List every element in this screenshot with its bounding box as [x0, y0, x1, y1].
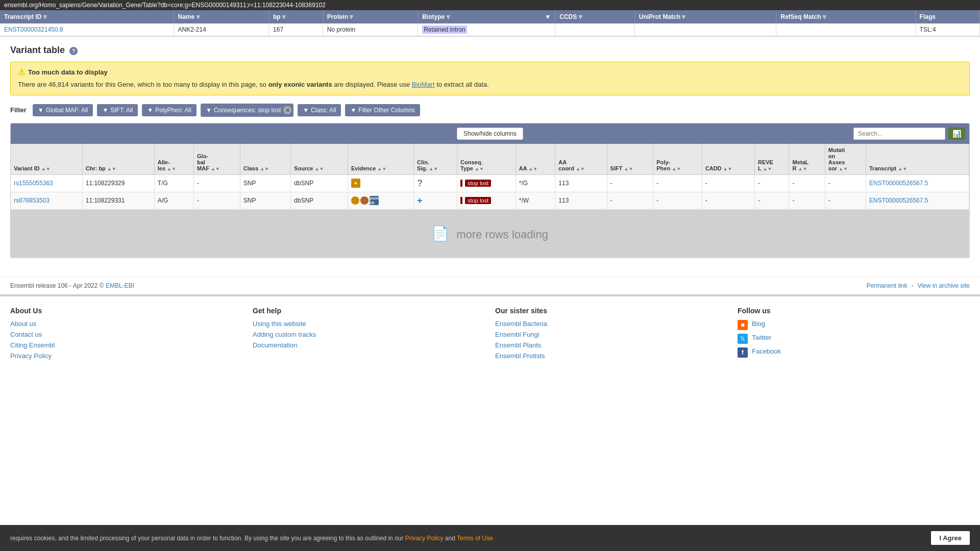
funnel-icon-other: ▼	[350, 107, 356, 114]
filter-other-columns[interactable]: ▼ Filter Other Columns	[345, 104, 420, 116]
cell-alleles-2: A/G	[154, 192, 193, 209]
footer-citing-link[interactable]: Citing Ensembl	[10, 341, 242, 349]
filter-consequences[interactable]: ▼ Consequences: stop lost ✕	[201, 104, 293, 117]
cell-aa-coord-1: 113	[555, 174, 607, 192]
th-aa-coord[interactable]: AAcoord ▲▼	[555, 144, 607, 175]
th-refseq[interactable]: RefSeq Match ▿	[776, 10, 915, 23]
footer-privacy-link[interactable]: Privacy Policy	[10, 352, 242, 360]
transcript-table: Transcript ID ▿ Name ▿ bp ▿ Protein ▿ Bi…	[0, 10, 980, 36]
evidence-icons-2: gnomAD	[351, 196, 410, 205]
evidence-freq-icon-2	[351, 196, 359, 205]
filter-consequences-label: Consequences: stop lost	[214, 107, 281, 114]
th-name[interactable]: Name ▿	[174, 10, 269, 23]
embl-ebi-link[interactable]: EMBL-EBI	[106, 282, 134, 289]
th-transcript-id[interactable]: Transcript ID ▿	[0, 10, 174, 23]
th-source[interactable]: Source ▲▼	[291, 144, 348, 175]
loading-text: more rows loading	[456, 228, 548, 241]
excel-export-button[interactable]: 📊	[948, 128, 965, 140]
th-clin-sig[interactable]: Clin.Sig. ▲▼	[414, 144, 457, 175]
transcript-id-link[interactable]: ENST00000321450.8	[4, 26, 63, 33]
cell-revel-2: -	[754, 192, 789, 209]
footer-twitter-link[interactable]: Twitter	[752, 334, 771, 341]
transcript-link-2[interactable]: ENST00000526567.5	[869, 197, 928, 204]
footer-bacteria-link[interactable]: Ensembl Bacteria	[495, 320, 727, 328]
url-text: ensembl.org/Homo_sapiens/Gene/Variation_…	[4, 2, 326, 9]
th-biotype[interactable]: Biotype ▿ ▼	[418, 10, 555, 23]
cell-chr-bp-1: 11:108229329	[82, 174, 154, 192]
stop-lost-badge-2: stop lost	[465, 197, 491, 204]
search-input[interactable]	[853, 128, 945, 140]
th-mutation-assessor[interactable]: MutationAssessor ▲▼	[825, 144, 866, 175]
footer-fungi-link[interactable]: Ensembl Fungi	[495, 331, 727, 338]
th-evidence[interactable]: Evidence ▲▼	[348, 144, 413, 175]
footer-about-us-link[interactable]: About us	[10, 320, 242, 328]
clin-plus-icon: +	[417, 195, 423, 206]
cell-conseq-type-1: stop lost	[457, 174, 516, 192]
facebook-icon: f	[738, 347, 748, 358]
footer-documentation-link[interactable]: Documentation	[253, 341, 485, 349]
footer-protists-link[interactable]: Ensembl Protists	[495, 352, 727, 360]
th-sift[interactable]: SIFT ▲▼	[607, 144, 653, 175]
biomart-link[interactable]: BioMart	[412, 81, 435, 88]
th-alleles[interactable]: Alle-les ▲▼	[154, 144, 193, 175]
show-hide-columns-button[interactable]: Show/hide columns	[457, 128, 523, 140]
permanent-link[interactable]: Permanent link	[866, 282, 907, 289]
th-chr-bp[interactable]: Chr: bp ▲▼	[82, 144, 154, 175]
th-bp[interactable]: bp ▿	[269, 10, 323, 23]
footer-plants-link[interactable]: Ensembl Plants	[495, 341, 727, 349]
th-revel[interactable]: REVEL ▲▼	[754, 144, 789, 175]
cell-cadd-2: -	[702, 192, 754, 209]
footer-blog-link[interactable]: Blog	[752, 320, 765, 328]
stop-lost-badge-1: stop lost	[465, 180, 491, 187]
twitter-row: 𝕏 Twitter	[738, 334, 970, 344]
footer-col-about: About Us About us Contact us Citing Ense…	[10, 307, 242, 363]
loading-cell: 📄 more rows loading	[11, 209, 969, 257]
th-protein[interactable]: Protein ▿	[323, 10, 418, 23]
blog-row: ■ Blog	[738, 320, 970, 331]
th-variant-id[interactable]: Variant ID ▲▼	[11, 144, 82, 175]
th-cadd[interactable]: CADD ▲▼	[702, 144, 754, 175]
th-poly-phen[interactable]: Poly-Phen ▲▼	[653, 144, 702, 175]
th-global-maf[interactable]: Glo-balMAF ▲▼	[194, 144, 240, 175]
cell-source-2: dbSNP	[291, 192, 348, 209]
th-flags: Flags	[915, 10, 979, 23]
filter-other-label: Filter Other Columns	[358, 107, 415, 114]
footer-facebook-link[interactable]: Facebook	[752, 347, 781, 355]
cell-sift-2: -	[607, 192, 653, 209]
footer-about-heading: About Us	[10, 307, 242, 315]
filter-class[interactable]: ▼ Class: All	[298, 104, 341, 116]
cell-transcript-1: ENST00000526567.5	[866, 174, 969, 192]
footer-using-link[interactable]: Using this website	[253, 320, 485, 328]
footer-sister-heading: Our sister sites	[495, 307, 727, 315]
transcript-link-1[interactable]: ENST00000526567.5	[869, 180, 928, 187]
filter-polyphen[interactable]: ▼ PolyPhen: All	[142, 104, 197, 116]
evidence-gnomad-icon: gnomAD	[370, 196, 379, 205]
footer-custom-tracks-link[interactable]: Adding custom tracks	[253, 331, 485, 338]
th-metalr[interactable]: MetaLR ▲▼	[789, 144, 825, 175]
filter-global-maf[interactable]: ▼ Global MAF: All	[33, 104, 93, 116]
th-conseq-type[interactable]: Conseq.Type ▲▼	[457, 144, 516, 175]
cell-class-2: SNP	[240, 192, 290, 209]
cell-metalr-1: -	[789, 174, 825, 192]
variant-id-link-1[interactable]: rs1555055363	[14, 180, 53, 187]
transcript-name: ANK2-214	[174, 23, 269, 36]
th-uniprot[interactable]: UniProt Match ▿	[634, 10, 776, 23]
footer-col-follow: Follow us ■ Blog 𝕏 Twitter f Facebook	[738, 307, 970, 363]
footer-contact-link[interactable]: Contact us	[10, 331, 242, 338]
close-consequences-icon[interactable]: ✕	[283, 106, 291, 114]
th-aa[interactable]: AA ▲▼	[516, 144, 555, 175]
th-transcript[interactable]: Transcript ▲▼	[866, 144, 969, 175]
th-ccds[interactable]: CCDS ▿	[555, 10, 635, 23]
funnel-icon: ▼	[38, 107, 44, 114]
cell-variant-id-1: rs1555055363	[11, 174, 82, 192]
filter-sift-label: SIFT: All	[110, 107, 133, 114]
help-icon[interactable]: ?	[69, 47, 78, 55]
view-in-archive-link[interactable]: View in archive site	[918, 282, 970, 289]
transcript-flags: TSL:4	[915, 23, 979, 36]
variant-id-link-2[interactable]: rs878853503	[14, 197, 50, 204]
th-class[interactable]: Class ▲▼	[240, 144, 290, 175]
twitter-icon: 𝕏	[738, 334, 748, 344]
warning-triangle-icon: ⚠	[18, 67, 25, 77]
conseq-bar-icon-2	[460, 197, 462, 204]
filter-sift[interactable]: ▼ SIFT: All	[97, 104, 138, 116]
